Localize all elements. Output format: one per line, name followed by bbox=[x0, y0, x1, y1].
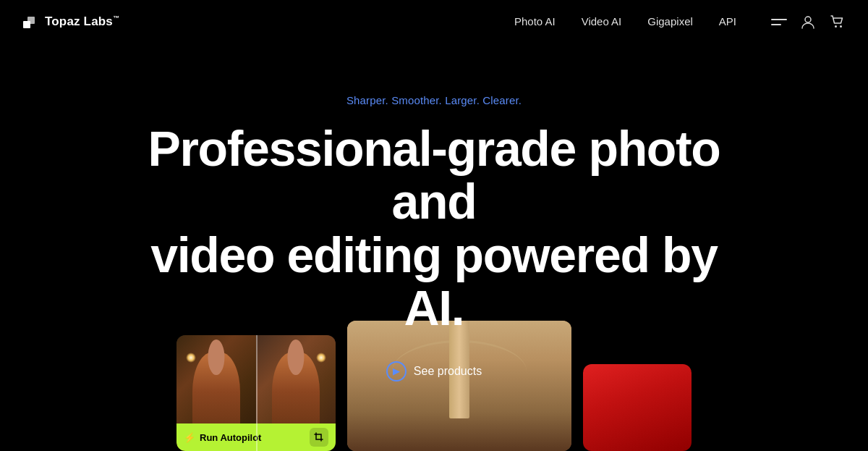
account-button[interactable] bbox=[800, 14, 816, 30]
hero-title: Professional-grade photo and video editi… bbox=[137, 122, 731, 335]
cta-arrow-icon: ▶ bbox=[393, 366, 400, 376]
see-products-cta[interactable]: ▶ See products bbox=[386, 361, 482, 382]
nav-links: Photo AI Video AI Gigapixel API bbox=[514, 15, 736, 28]
autopilot-label-group: ⚡ Run Autopilot bbox=[184, 432, 261, 443]
cta-circle-icon: ▶ bbox=[386, 361, 407, 382]
crop-button[interactable] bbox=[310, 428, 328, 447]
hamburger-icon bbox=[771, 19, 787, 25]
crop-icon bbox=[314, 432, 324, 442]
cart-icon bbox=[829, 14, 845, 30]
hero-tagline: Sharper. Smoother. Larger. Clearer. bbox=[346, 94, 522, 106]
nav-gigapixel[interactable]: Gigapixel bbox=[647, 15, 693, 28]
svg-rect-1 bbox=[27, 17, 35, 24]
nav-video-ai[interactable]: Video AI bbox=[582, 15, 622, 28]
cta-label: See products bbox=[414, 365, 482, 378]
logo[interactable]: Topaz Labs™ bbox=[23, 14, 119, 30]
nav-api[interactable]: API bbox=[719, 15, 736, 28]
autopilot-label: Run Autopilot bbox=[200, 432, 261, 443]
nav-actions bbox=[771, 14, 845, 30]
logo-text: Topaz Labs™ bbox=[45, 14, 119, 29]
svg-point-3 bbox=[835, 25, 837, 28]
svg-point-2 bbox=[805, 17, 811, 22]
main-nav: Topaz Labs™ Photo AI Video AI Gigapixel … bbox=[0, 0, 868, 43]
nav-photo-ai[interactable]: Photo AI bbox=[514, 15, 556, 28]
topaz-logo-icon bbox=[23, 14, 39, 30]
bolt-icon: ⚡ bbox=[184, 432, 195, 443]
hero-section: Sharper. Smoother. Larger. Clearer. Prof… bbox=[0, 43, 868, 382]
menu-button[interactable] bbox=[771, 19, 787, 25]
svg-point-4 bbox=[840, 25, 842, 28]
account-icon bbox=[800, 14, 816, 30]
cart-button[interactable] bbox=[829, 14, 845, 30]
